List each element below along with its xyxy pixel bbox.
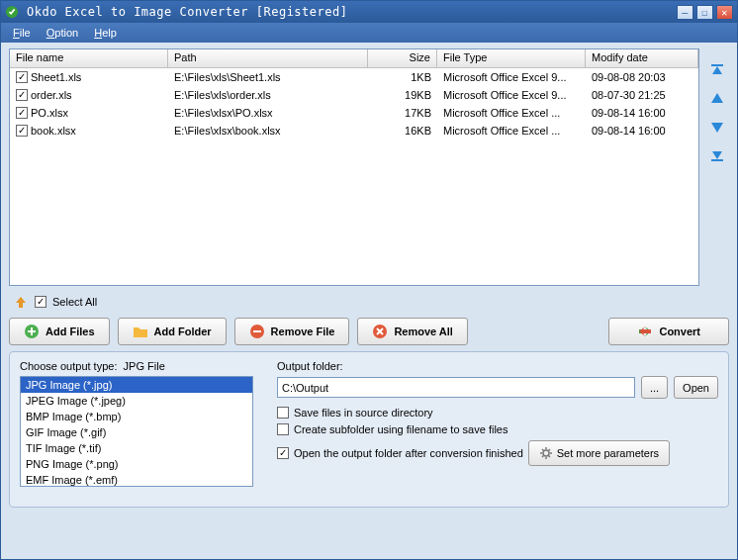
output-type-listbox[interactable]: JPG Image (*.jpg)JPEG Image (*.jpeg)BMP … [20,376,253,487]
output-folder-label: Output folder: [277,360,718,372]
file-size: 17KB [368,106,437,120]
output-type-option[interactable]: PNG Image (*.png) [21,456,252,472]
table-row[interactable]: ✓order.xlsE:\Files\xls\order.xls19KBMicr… [10,86,698,104]
svg-rect-1 [711,64,723,66]
minus-icon [249,324,265,339]
table-header: File name Path Size File Type Modify dat… [10,49,698,68]
file-name: PO.xlsx [31,107,68,119]
output-type-option[interactable]: EMF Image (*.emf) [21,472,252,487]
move-down-icon[interactable] [708,118,726,136]
plus-icon [24,324,40,339]
minimize-button[interactable]: – [677,5,693,20]
file-name: order.xls [31,89,72,101]
svg-point-7 [543,450,549,456]
menubar: File Option Help [1,23,737,43]
create-subfolder-label: Create subfolder using filename to save … [294,423,507,435]
up-folder-icon[interactable] [13,294,29,310]
output-type-option[interactable]: TIF Image (*.tif) [21,440,252,456]
menu-file[interactable]: File [7,27,37,39]
row-checkbox[interactable]: ✓ [16,71,28,83]
table-row[interactable]: ✓Sheet1.xlsE:\Files\xls\Sheet1.xls1KBMic… [10,68,698,86]
select-all-row: ✓ Select All [9,292,729,312]
file-date: 09-08-14 16:00 [586,124,698,138]
file-date: 09-08-08 20:03 [586,70,698,84]
menu-help[interactable]: Help [88,27,123,39]
settings-panel: Choose output type: JPG File JPG Image (… [9,351,729,508]
file-size: 19KB [368,88,437,102]
app-window: Okdo Excel to Image Converter [Registere… [0,0,738,560]
file-name: book.xlsx [31,125,76,137]
col-header-name[interactable]: File name [10,49,168,67]
move-top-icon[interactable] [708,62,726,80]
svg-rect-2 [711,159,723,161]
table-row[interactable]: ✓PO.xlsxE:\Files\xlsx\PO.xlsx17KBMicroso… [10,104,698,122]
window-title: Okdo Excel to Image Converter [Registere… [23,5,674,19]
svg-line-13 [548,456,550,458]
folder-icon [133,324,148,339]
svg-line-14 [542,456,544,458]
move-up-icon[interactable] [708,90,726,108]
file-type: Microsoft Office Excel ... [437,124,586,138]
output-type-option[interactable]: GIF Image (*.gif) [21,424,252,440]
file-type: Microsoft Office Excel 9... [437,88,586,102]
file-date: 08-07-30 21:25 [586,88,698,102]
titlebar: Okdo Excel to Image Converter [Registere… [1,1,737,23]
move-bottom-icon[interactable] [708,145,726,163]
row-checkbox[interactable]: ✓ [16,125,28,137]
open-folder-button[interactable]: Open [674,376,718,399]
gear-icon [539,446,553,460]
add-folder-button[interactable]: Add Folder [118,318,227,345]
output-folder-input[interactable] [277,377,635,398]
content-area: File name Path Size File Type Modify dat… [1,43,737,559]
row-checkbox[interactable]: ✓ [16,89,28,101]
file-size: 1KB [368,70,437,84]
output-type-option[interactable]: JPG Image (*.jpg) [21,377,252,393]
app-icon [5,5,19,19]
file-size: 16KB [368,124,437,138]
col-header-date[interactable]: Modify date [586,49,698,67]
file-path: E:\Files\xls\order.xls [168,88,368,102]
open-after-checkbox[interactable]: ✓ [277,447,289,459]
file-type: Microsoft Office Excel 9... [437,70,586,84]
col-header-size[interactable]: Size [368,49,437,67]
open-after-label: Open the output folder after conversion … [294,447,523,459]
remove-file-button[interactable]: Remove File [234,318,350,345]
file-type: Microsoft Office Excel ... [437,106,586,120]
file-path: E:\Files\xlsx\book.xlsx [168,124,368,138]
remove-all-button[interactable]: Remove All [357,318,468,345]
browse-button[interactable]: ... [641,376,668,399]
set-more-parameters-button[interactable]: Set more parameters [528,440,670,466]
file-table: File name Path Size File Type Modify dat… [9,48,699,286]
select-all-checkbox[interactable]: ✓ [35,296,46,308]
file-name: Sheet1.xls [31,71,81,83]
file-date: 09-08-14 16:00 [586,106,698,120]
output-type-label: Choose output type: JPG File [20,360,253,372]
output-type-option[interactable]: JPEG Image (*.jpeg) [21,393,252,409]
select-all-label: Select All [52,296,97,308]
toolbar: Add Files Add Folder Remove File Remove … [9,318,729,345]
create-subfolder-checkbox[interactable] [277,423,289,435]
svg-rect-5 [253,330,261,332]
reorder-buttons [705,48,729,286]
file-path: E:\Files\xlsx\PO.xlsx [168,106,368,120]
add-files-button[interactable]: Add Files [9,318,110,345]
col-header-path[interactable]: Path [168,49,368,67]
file-path: E:\Files\xls\Sheet1.xls [168,70,368,84]
close-button[interactable]: ✕ [716,5,733,20]
row-checkbox[interactable]: ✓ [16,107,28,119]
menu-option[interactable]: Option [41,27,84,39]
output-type-option[interactable]: BMP Image (*.bmp) [21,409,252,424]
convert-icon [637,324,653,339]
save-in-source-checkbox[interactable] [277,407,289,419]
svg-line-12 [542,449,544,451]
col-header-type[interactable]: File Type [437,49,586,67]
save-in-source-label: Save files in source directory [294,407,433,419]
table-row[interactable]: ✓book.xlsxE:\Files\xlsx\book.xlsx16KBMic… [10,122,698,140]
convert-button[interactable]: Convert [608,318,729,345]
remove-all-icon [372,324,388,339]
maximize-button[interactable]: ☐ [696,5,713,20]
svg-line-15 [548,449,550,451]
